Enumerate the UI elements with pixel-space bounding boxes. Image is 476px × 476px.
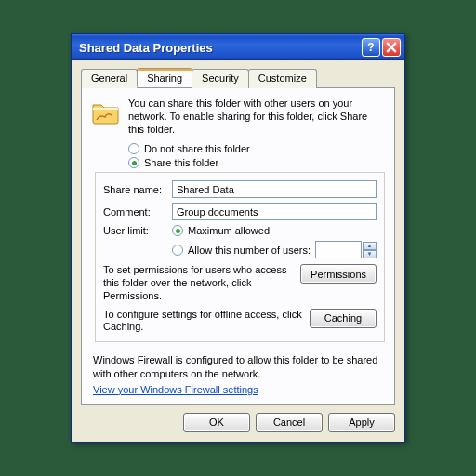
max-allowed-label: Maximum allowed [188,225,270,236]
share-settings-group: Share name: Comment: User limit: Maximum… [95,172,385,342]
tab-security[interactable]: Security [192,69,249,88]
tab-sharing[interactable]: Sharing [137,68,192,87]
spin-up[interactable]: ▲ [363,242,377,250]
comment-label: Comment: [103,206,172,218]
shared-folder-icon [91,98,121,127]
help-button[interactable]: ? [362,38,380,57]
close-button[interactable] [382,38,401,57]
radio-allow-n[interactable] [172,245,183,256]
permissions-button[interactable]: Permissions [300,264,377,284]
apply-button[interactable]: Apply [328,413,395,432]
spin-down[interactable]: ▼ [363,250,377,258]
titlebar[interactable]: Shared Data Properties ? [72,34,404,60]
comment-input[interactable] [172,203,377,220]
permissions-text: To set permissions for users who access … [103,264,293,302]
tabstrip: General Sharing Security Customize [81,69,395,88]
ok-button[interactable]: OK [183,413,250,432]
user-count-input[interactable] [315,241,362,258]
share-name-input[interactable] [172,180,377,198]
radio-share[interactable] [128,157,139,168]
caching-text: To configure settings for offline access… [103,309,302,335]
tab-pane-sharing: You can share this folder with other use… [81,87,395,405]
firewall-link[interactable]: View your Windows Firewall settings [93,384,258,395]
caching-button[interactable]: Caching [310,309,377,328]
dialog-buttons: OK Cancel Apply [81,405,395,432]
intro-text: You can share this folder with other use… [128,98,385,136]
radio-share-label: Share this folder [144,157,218,168]
cancel-button[interactable]: Cancel [256,413,323,432]
tab-customize[interactable]: Customize [248,69,317,88]
share-name-label: Share name: [103,184,172,195]
radio-do-not-share-label: Do not share this folder [144,143,250,154]
radio-do-not-share[interactable] [128,143,139,154]
properties-dialog: Shared Data Properties ? General Sharing… [71,33,405,443]
user-limit-label: User limit: [103,225,172,236]
tab-general[interactable]: General [81,69,138,88]
window-title: Shared Data Properties [79,41,360,55]
firewall-text: Windows Firewall is configured to allow … [93,353,383,380]
radio-max-allowed[interactable] [172,225,183,236]
allow-n-label: Allow this number of users: [188,245,315,256]
close-icon [386,42,397,53]
